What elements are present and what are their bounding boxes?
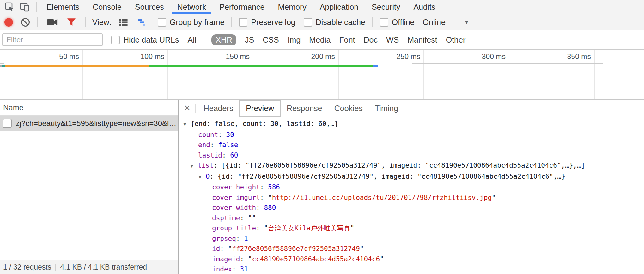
tree-line[interactable]: lastid: 60 (179, 150, 644, 161)
filter-bar: Hide data URLs AllXHRJSCSSImgMediaFontDo… (0, 30, 644, 50)
type-filter-js[interactable]: JS (245, 35, 254, 45)
tab-performance[interactable]: Performance (214, 0, 270, 14)
overview-bar-gray-long (412, 63, 603, 64)
tab-console[interactable]: Console (87, 0, 127, 14)
tree-expand-arrow[interactable]: ▼ (188, 161, 196, 171)
filter-divider (203, 35, 203, 45)
type-filter-other[interactable]: Other (446, 35, 466, 45)
tree-line[interactable]: imageid: "cc48190e57100864abc4d55a2c4104… (179, 254, 644, 265)
checkbox-box[interactable] (304, 18, 312, 27)
type-filter-doc[interactable]: Doc (363, 35, 377, 45)
clear-icon[interactable] (21, 18, 30, 27)
inspect-element-icon[interactable] (2, 0, 17, 14)
ruler-tick-label: 150 ms (199, 52, 250, 61)
json-text: : (232, 265, 240, 273)
group-by-frame-checkbox[interactable]: Group by frame (158, 18, 225, 27)
tree-line[interactable]: id: "ff276e8056f58896e7cf92505a312749" (179, 244, 644, 254)
checkbox-box[interactable] (111, 36, 120, 44)
network-overview[interactable]: 50 ms100 ms150 ms200 ms250 ms300 ms350 m… (0, 50, 644, 100)
filter-input[interactable] (2, 33, 103, 46)
tree-line[interactable]: dsptime: "" (179, 213, 644, 223)
tab-sources[interactable]: Sources (130, 0, 169, 14)
type-filter-img[interactable]: Img (288, 35, 301, 45)
tree-line[interactable]: grpseq: 1 (179, 234, 644, 244)
checkbox-box[interactable] (380, 18, 388, 27)
filter-funnel-icon[interactable] (64, 14, 78, 30)
record-icon[interactable] (4, 18, 13, 27)
detail-tab-divider (195, 104, 196, 113)
tab-audits[interactable]: Audits (408, 0, 440, 14)
tree-expand-arrow[interactable]: ▼ (196, 172, 204, 182)
type-filter-ws[interactable]: WS (386, 35, 399, 45)
hide-data-urls-checkbox[interactable]: Hide data URLs (111, 35, 179, 45)
json-string: http://i1.umei.cc/uploads/tu/201701/798/… (272, 194, 492, 201)
json-number: 31 (240, 265, 248, 273)
tree-line[interactable]: cover_width: 880 (179, 203, 644, 213)
tree-line[interactable]: group_title: "台湾美女Kila户外唯美写真" (179, 223, 644, 234)
request-row[interactable]: zj?ch=beauty&t1=595&listtype=new&sn=30&l… (0, 116, 178, 131)
tree-line[interactable]: cover_imgurl: "http://i1.umei.cc/uploads… (179, 193, 644, 203)
detail-tab-timing[interactable]: Timing (369, 100, 404, 117)
json-key: count (198, 131, 218, 139)
tree-line[interactable]: ▼list: [{id: "ff276e8056f58896e7cf92505a… (179, 160, 644, 171)
overview-bar-connect (2, 65, 5, 67)
name-column-header[interactable]: Name (0, 100, 178, 116)
json-text: {end: false, count: 30, lastid: 60,…} (191, 120, 338, 128)
ruler-gridline (338, 50, 339, 99)
detail-tab-response[interactable]: Response (281, 100, 328, 117)
json-text: " (350, 224, 355, 232)
disable-cache-checkbox[interactable]: Disable cache (304, 18, 365, 27)
ruler-tick-label: 50 ms (28, 52, 79, 61)
json-key: group_title (212, 224, 256, 232)
tree-line[interactable]: end: false (179, 140, 644, 150)
detail-tab-cookies[interactable]: Cookies (328, 100, 369, 117)
detail-tab-preview[interactable]: Preview (239, 100, 281, 117)
device-toolbar-icon[interactable] (17, 0, 33, 14)
waterfall-overview-icon[interactable] (135, 14, 149, 30)
type-filter-all[interactable]: All (187, 35, 196, 45)
checkbox-box[interactable] (158, 18, 166, 27)
tab-elements[interactable]: Elements (41, 0, 85, 14)
type-filter-media[interactable]: Media (309, 35, 331, 45)
tree-line[interactable]: index: 31 (179, 264, 644, 274)
json-key: index (212, 265, 232, 273)
tab-application[interactable]: Application (314, 0, 364, 14)
json-text: : {id: "ff276e8056f58896e7cf92505a312749… (210, 173, 565, 180)
capture-screenshots-icon[interactable] (44, 14, 61, 30)
type-filter-manifest[interactable]: Manifest (407, 35, 437, 45)
tree-line[interactable]: ▼0: {id: "ff276e8056f58896e7cf92505a3127… (179, 171, 644, 182)
json-text: : [{id: "ff276e8056f58896e7cf92505a31274… (214, 162, 585, 169)
hide-data-urls-label: Hide data URLs (123, 35, 179, 45)
type-filter-font[interactable]: Font (339, 35, 355, 45)
tree-line[interactable]: count: 30 (179, 130, 644, 140)
tab-security[interactable]: Security (366, 0, 405, 14)
tree-line[interactable]: ▼{end: false, count: 30, lastid: 60,…} (179, 119, 644, 130)
detail-tabbar: × HeadersPreviewResponseCookiesTiming (179, 100, 644, 117)
list-view-icon[interactable] (116, 14, 131, 30)
offline-checkbox[interactable]: Offline (380, 18, 415, 27)
json-preview-tree: ▼{end: false, count: 30, lastid: 60,…}co… (179, 117, 644, 274)
tab-network[interactable]: Network (172, 0, 212, 14)
offline-label: Offline (392, 18, 415, 27)
ruler-tick-label: 100 ms (114, 52, 164, 61)
overview-bar-sending (5, 65, 149, 67)
toolbar-divider (85, 17, 86, 27)
ruler-tick-label: 300 ms (455, 52, 506, 61)
throttling-select[interactable]: Online (423, 18, 446, 27)
tab-memory[interactable]: Memory (272, 0, 312, 14)
ruler-gridline (253, 50, 253, 99)
close-icon[interactable]: × (179, 102, 195, 115)
json-key: grpseq (212, 235, 236, 242)
detail-tab-headers[interactable]: Headers (197, 100, 240, 117)
json-key: end (198, 141, 210, 149)
json-text: : "" (240, 214, 256, 222)
preserve-log-checkbox[interactable]: Preserve log (239, 18, 295, 27)
tree-line[interactable]: cover_height: 586 (179, 182, 644, 193)
chevron-down-icon[interactable]: ▼ (464, 19, 470, 26)
status-divider (55, 264, 56, 271)
type-filter-css[interactable]: CSS (263, 35, 279, 45)
toolbar-divider (372, 17, 373, 27)
type-filter-xhr[interactable]: XHR (211, 34, 236, 45)
tree-expand-arrow[interactable]: ▼ (181, 119, 189, 130)
checkbox-box[interactable] (239, 18, 247, 27)
